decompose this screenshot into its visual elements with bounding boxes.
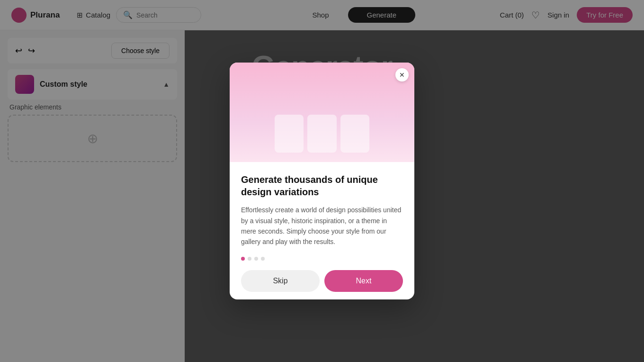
next-button[interactable]: Next: [324, 270, 403, 292]
deco-card-2: [307, 115, 336, 153]
dot-4: [261, 257, 265, 261]
modal-description: Effortlessly create a world of design po…: [241, 205, 403, 247]
dot-2: [248, 257, 251, 261]
deco-card-1: [275, 115, 304, 153]
modal-title: Generate thousands of unique design vari…: [241, 173, 403, 198]
modal-dots: [241, 257, 403, 261]
modal-image: ✕: [230, 63, 414, 162]
skip-button[interactable]: Skip: [241, 270, 320, 292]
modal-dialog: ✕ Generate thousands of unique design va…: [230, 63, 414, 299]
modal-close-button[interactable]: ✕: [395, 68, 409, 81]
modal-overlay: ✕ Generate thousands of unique design va…: [0, 0, 644, 362]
modal-body: Generate thousands of unique design vari…: [230, 162, 414, 299]
modal-actions: Skip Next: [241, 270, 403, 292]
dot-1: [241, 257, 245, 261]
deco-card-3: [340, 115, 369, 153]
modal-decoration: [275, 115, 369, 153]
dot-3: [254, 257, 258, 261]
